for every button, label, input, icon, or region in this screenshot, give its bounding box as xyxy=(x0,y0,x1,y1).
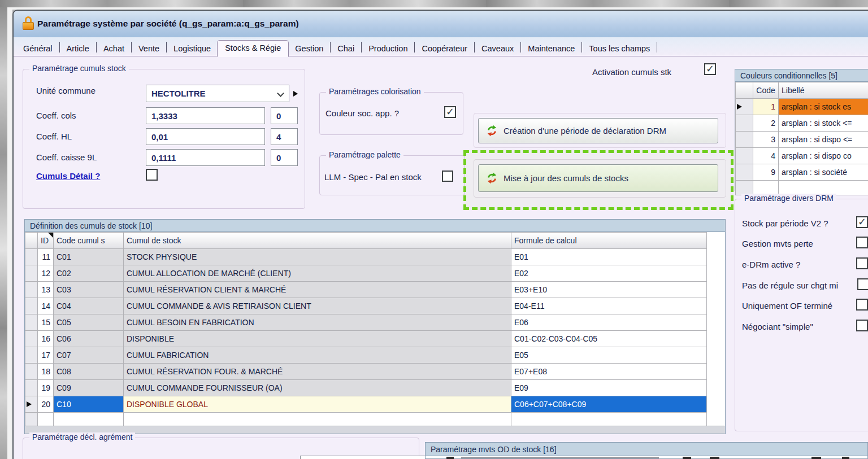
code-cell[interactable]: 9 xyxy=(753,164,779,181)
pas-de-regule-checkbox[interactable]: ✓ xyxy=(857,278,868,290)
row-selector-cell[interactable] xyxy=(25,347,38,364)
formule-cell[interactable]: C01-C02-C03-C04-C05 xyxy=(511,331,707,347)
row-selector-cell[interactable] xyxy=(25,282,38,298)
formule-column-header[interactable]: Formule de calcul xyxy=(511,233,707,249)
row-selector-cell[interactable] xyxy=(736,115,753,132)
formule-cell[interactable] xyxy=(511,413,707,427)
edrm-active-checkbox[interactable]: ✓ xyxy=(856,257,868,269)
table-row[interactable]: 2 arsplan : si stock <= xyxy=(736,115,868,132)
libelle-cell[interactable] xyxy=(779,181,868,195)
mise-a-jour-cumuls-button[interactable]: Mise à jour des cumuls de stocks xyxy=(478,164,718,192)
row-selector-cell[interactable] xyxy=(25,396,38,413)
table-row[interactable]: 4 arsplan : si dispo co xyxy=(736,148,868,164)
libelle-cell[interactable]: arsplan : si stock es xyxy=(779,99,868,115)
table-row[interactable]: 18 C08 CUMUL RÉSERVATION FOUR. & MARCHÉ … xyxy=(25,364,707,380)
coeff-cols-field[interactable]: 1,3333 xyxy=(146,107,265,124)
libelle-cell[interactable]: arsplan : si dispo <= xyxy=(779,132,868,148)
coeff-cols-decimals-field[interactable]: 0 xyxy=(271,107,298,124)
code-cell[interactable]: C03 xyxy=(54,282,124,298)
row-selector-cell[interactable] xyxy=(736,148,753,164)
id-cell[interactable]: 14 xyxy=(38,298,54,314)
tab-cooperateur[interactable]: Coopérateur xyxy=(415,42,474,56)
cumul-cell[interactable]: CUMUL FABRICATION xyxy=(124,347,511,364)
id-cell[interactable]: 19 xyxy=(38,380,54,396)
id-cell[interactable]: 17 xyxy=(38,347,54,364)
cumul-cell[interactable]: CUMUL ALLOCATION DE MARCHÉ (CLIENT) xyxy=(124,265,511,282)
formule-cell[interactable]: E05 xyxy=(511,347,707,364)
cumul-cell[interactable]: DISPONIBLE xyxy=(124,331,511,347)
formule-cell[interactable]: E09 xyxy=(511,380,707,396)
unite-commune-detail-arrow-icon[interactable] xyxy=(293,91,298,97)
tab-production[interactable]: Production xyxy=(362,42,414,56)
tab-logistique[interactable]: Logistique xyxy=(167,42,217,56)
coeff-caisse-decimals-field[interactable]: 0 xyxy=(271,149,298,166)
id-cell[interactable]: 11 xyxy=(38,249,54,265)
id-cell[interactable]: 12 xyxy=(38,265,54,282)
tab-maintenance[interactable]: Maintenance xyxy=(522,42,581,56)
code-cell[interactable]: 4 xyxy=(753,148,779,164)
tab-article[interactable]: Article xyxy=(60,42,96,56)
cumul-cell[interactable]: DISPONIBLE GLOBAL xyxy=(124,396,511,413)
code-cell[interactable]: C10 xyxy=(54,396,124,413)
code-cell[interactable]: C09 xyxy=(54,380,124,396)
tab-tous-les-champs[interactable]: Tous les champs xyxy=(583,42,656,56)
libelle-column-header[interactable]: Libellé xyxy=(779,82,868,99)
table-row[interactable]: 15 C05 CUMUL BESOIN EN FABRICATION E06 xyxy=(25,314,707,331)
code-column-header[interactable]: Code cumul s xyxy=(54,233,124,249)
code-cell[interactable] xyxy=(753,181,779,195)
formule-cell[interactable]: E06 xyxy=(511,314,707,331)
row-selector-cell[interactable] xyxy=(25,364,38,380)
id-cell[interactable]: 15 xyxy=(38,314,54,331)
row-selector-cell[interactable] xyxy=(25,380,38,396)
formule-cell[interactable]: E07+E08 xyxy=(511,364,707,380)
table-row[interactable]: 11 C01 STOCK PHYSIQUE E01 xyxy=(25,249,707,265)
coeff-caisse-field[interactable]: 0,1111 xyxy=(146,149,265,166)
table-row[interactable]: 19 C09 CUMUL COMMANDE FOURNISSEUR (OA) E… xyxy=(25,380,707,396)
code-cell[interactable] xyxy=(54,413,124,427)
id-cell[interactable]: 16 xyxy=(38,331,54,347)
cumul-cell[interactable]: CUMUL COMMANDE FOURNISSEUR (OA) xyxy=(124,380,511,396)
table-row-selected[interactable]: 20 C10 DISPONIBLE GLOBAL C06+C07+C08+C09 xyxy=(25,396,707,413)
tab-stocks-regie[interactable]: Stocks & Régie xyxy=(217,40,289,57)
cumul-cell[interactable]: CUMUL RÉSERVATION FOUR. & MARCHÉ xyxy=(124,364,511,380)
row-selector-cell[interactable] xyxy=(25,265,38,282)
unite-commune-select[interactable]: HECTOLITRE xyxy=(146,85,289,102)
table-row[interactable]: 13 C03 CUMUL RÉSERVATION CLIENT & MARCHÉ… xyxy=(25,282,707,298)
id-cell[interactable] xyxy=(38,413,54,427)
code-cell[interactable]: 2 xyxy=(753,115,779,132)
formule-cell[interactable]: E03+E10 xyxy=(511,282,707,298)
row-selector-cell[interactable] xyxy=(25,331,38,347)
formule-cell[interactable]: E04-E11 xyxy=(511,298,707,314)
row-selector-cell[interactable] xyxy=(25,314,38,331)
table-row[interactable]: 14 C04 CUMUL COMMANDE & AVIS RETIRAISON … xyxy=(25,298,707,314)
cumul-column-header[interactable]: Cumul de stock xyxy=(124,233,511,249)
code-cell[interactable]: 3 xyxy=(753,132,779,148)
code-cell[interactable]: C07 xyxy=(54,347,124,364)
table-row[interactable]: 17 C07 CUMUL FABRICATION E05 xyxy=(25,347,707,364)
formule-cell[interactable]: E02 xyxy=(511,265,707,282)
table-row[interactable]: 16 C06 DISPONIBLE C01-C02-C03-C04-C05 xyxy=(25,331,707,347)
cumul-cell[interactable]: STOCK PHYSIQUE xyxy=(124,249,511,265)
code-cell[interactable]: C02 xyxy=(54,265,124,282)
couleur-soc-checkbox[interactable]: ✓ xyxy=(444,106,456,118)
code-column-header[interactable]: Code xyxy=(753,82,779,99)
table-row-empty[interactable] xyxy=(25,413,707,427)
tab-caveaux[interactable]: Caveaux xyxy=(475,42,520,56)
row-selector-cell[interactable] xyxy=(736,164,753,181)
tab-gestion[interactable]: Gestion xyxy=(289,42,329,56)
id-cell[interactable]: 20 xyxy=(38,396,54,413)
libelle-cell[interactable]: arsplan : si société xyxy=(779,164,868,181)
row-selector-cell[interactable] xyxy=(736,181,753,195)
creation-periode-drm-button[interactable]: Création d'une période de déclaration DR… xyxy=(478,118,718,143)
row-selector-cell[interactable] xyxy=(736,132,753,148)
row-selector-cell[interactable] xyxy=(25,249,38,265)
id-cell[interactable]: 18 xyxy=(38,364,54,380)
row-selector-cell[interactable] xyxy=(25,298,38,314)
code-cell[interactable]: C08 xyxy=(54,364,124,380)
tab-general[interactable]: Général xyxy=(17,42,59,56)
stock-periode-v2-checkbox[interactable]: ✓ xyxy=(856,216,868,228)
row-selector-cell[interactable] xyxy=(736,99,753,115)
cumuls-detail-checkbox[interactable]: ✓ xyxy=(146,169,158,181)
cumul-cell[interactable]: CUMUL COMMANDE & AVIS RETIRAISON CLIENT xyxy=(124,298,511,314)
coeff-hl-field[interactable]: 0,01 xyxy=(146,128,265,145)
